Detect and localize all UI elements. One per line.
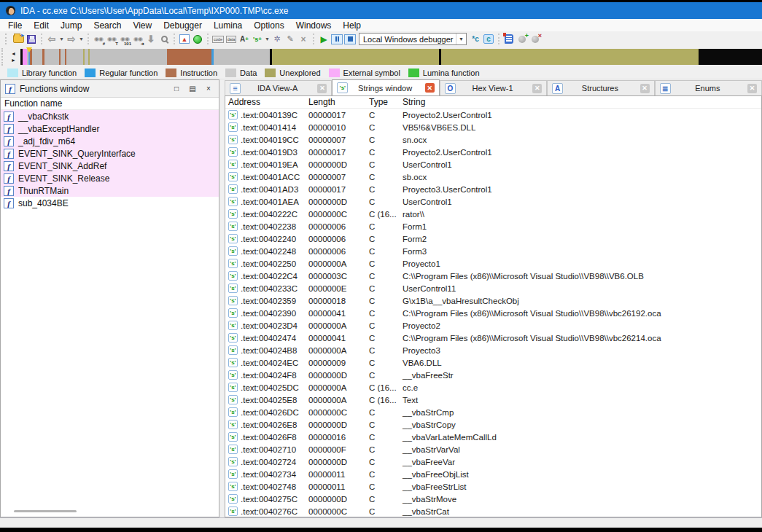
function-list-item[interactable]: f __vbaExceptHandler <box>1 122 219 135</box>
scrollbar-thumb[interactable] <box>14 510 77 512</box>
table-row[interactable]: .text:00402474 00000041 C C:\\Program Fi… <box>225 332 761 344</box>
jump-icon[interactable]: ⬇ <box>144 33 158 45</box>
tab[interactable]: Structures ✕ <box>547 80 654 95</box>
open-file-icon[interactable] <box>12 33 25 45</box>
menu-item[interactable]: Debugger <box>158 20 208 31</box>
table-row[interactable]: .text:00402734 00000011 C __vbaFreeObjLi… <box>225 468 761 480</box>
column-header-type[interactable]: Type <box>366 96 400 108</box>
table-row[interactable]: .text:004026E8 0000000D C __vbaStrCopy <box>225 418 761 431</box>
make-data-icon[interactable]: data <box>225 33 238 45</box>
tab[interactable]: Hex View-1 ✕ <box>440 80 547 95</box>
navband-scroll-right-icon[interactable]: ► <box>11 58 16 63</box>
function-list-item[interactable]: f EVENT_SINK_AddRef <box>1 160 219 172</box>
table-row[interactable]: .text:004019CC 00000007 C sn.ocx <box>225 133 761 146</box>
maximize-icon[interactable]: □ <box>171 84 182 94</box>
forward-icon[interactable]: ⇨ <box>65 33 78 45</box>
stop-process-icon[interactable] <box>343 33 357 45</box>
table-row[interactable]: .text:004023D4 0000000A C Proyecto2 <box>225 319 761 332</box>
table-row[interactable]: .text:00401AD3 00000017 C Proyecto3.User… <box>225 183 761 195</box>
function-list-item[interactable]: f _adj_fdiv_m64 <box>1 135 219 147</box>
edit-icon[interactable]: ✎ <box>284 33 297 45</box>
table-row[interactable]: .text:00402238 00000006 C Form1 <box>225 220 761 232</box>
menu-item[interactable]: Help <box>337 20 367 31</box>
column-header-string[interactable]: String <box>400 96 761 108</box>
table-row[interactable]: .text:0040275C 0000000D C __vbaStrMove <box>225 493 761 505</box>
debugger-select[interactable]: Local Windows debugger ▼ <box>359 33 467 45</box>
tab[interactable]: IDA View-A ✕ <box>225 80 332 95</box>
tab-close-icon[interactable]: ✕ <box>317 84 327 93</box>
band-segment[interactable] <box>32 49 42 65</box>
navband-position-marker[interactable] <box>26 47 32 63</box>
back-icon[interactable]: ⇦ <box>45 33 58 45</box>
table-row[interactable]: .text:00401ACC 00000007 C sb.ocx <box>225 171 761 183</box>
panel-splitter[interactable] <box>219 79 225 517</box>
table-row[interactable]: .text:00402710 0000000F C __vbaStrVarVal <box>225 443 761 455</box>
menu-item[interactable]: File <box>2 20 28 31</box>
table-row[interactable]: .text:004019EA 0000000D C UserControl1 <box>225 158 761 171</box>
save-database-icon[interactable] <box>25 33 38 45</box>
table-row[interactable]: .text:00402250 0000000A C Proyecto1 <box>225 257 761 270</box>
menu-item[interactable]: Jump <box>55 20 88 31</box>
forward-menu-chevron[interactable]: ▼ <box>78 33 85 45</box>
navband-scroll-left-icon[interactable]: ◄ <box>11 51 16 56</box>
band-segment[interactable] <box>44 49 59 65</box>
table-row[interactable]: .text:00402248 00000006 C Form3 <box>225 245 761 257</box>
table-row[interactable]: .text:004024EC 00000009 C VBA6.DLL <box>225 356 761 369</box>
tab[interactable]: Strings window ✕ <box>332 79 439 95</box>
ida-view-icon[interactable]: ▲ <box>178 33 191 45</box>
continue-process-icon[interactable]: c <box>482 33 495 45</box>
function-name-column-header[interactable]: Function name <box>1 98 219 110</box>
navigator-icon[interactable] <box>191 33 204 45</box>
function-list-item[interactable]: f __vbaChkstk <box>1 110 219 122</box>
chevron-down-icon[interactable]: ▼ <box>456 34 466 44</box>
menu-item[interactable]: Search <box>88 20 127 31</box>
table-row[interactable]: .text:0040139C 00000017 C Proyecto2.User… <box>225 109 761 121</box>
table-row[interactable]: .text:004025E8 0000000A C (16... Text <box>225 394 761 406</box>
search-address-icon[interactable] <box>92 33 105 45</box>
column-header-length[interactable]: Length <box>306 96 366 108</box>
search-text-icon[interactable] <box>105 33 118 45</box>
title-bar[interactable]: IDA - cc.exe C:\Users\User\AppData\Local… <box>0 2 762 19</box>
toolbar-grip[interactable] <box>5 34 9 44</box>
add-breakpoint-icon[interactable] <box>516 33 529 45</box>
back-menu-chevron[interactable]: ▼ <box>58 33 65 45</box>
function-list-item[interactable]: f ThunRTMain <box>1 184 219 197</box>
table-row[interactable]: .text:00401AEA 0000000D C UserControl1 <box>225 195 761 208</box>
table-row[interactable]: .text:0040222C 0000000C C (16... rator\\ <box>225 208 761 220</box>
notebook-icon[interactable] <box>502 33 516 45</box>
navband-grip[interactable] <box>1 48 7 66</box>
tab-close-icon[interactable]: ✕ <box>425 83 435 93</box>
menu-item[interactable]: Windows <box>290 20 338 31</box>
make-array-icon[interactable]: ✲ <box>271 33 284 45</box>
search-next-icon[interactable] <box>131 33 144 45</box>
table-row[interactable]: .text:00402748 00000011 C __vbaFreeStrLi… <box>225 480 761 493</box>
table-row[interactable]: .text:004024B8 0000000A C Proyecto3 <box>225 344 761 356</box>
tab-close-icon[interactable]: ✕ <box>640 84 650 93</box>
delete-breakpoint-icon[interactable] <box>529 33 542 45</box>
band-segment[interactable] <box>66 49 82 65</box>
make-code-icon[interactable]: code <box>211 33 225 45</box>
function-list-item[interactable]: f EVENT_SINK_Release <box>1 172 219 184</box>
menu-item[interactable]: Edit <box>28 20 55 31</box>
band-segment[interactable] <box>167 49 211 65</box>
table-row[interactable]: .text:004026DC 0000000C C __vbaStrCmp <box>225 406 761 418</box>
band-segment[interactable] <box>699 49 761 65</box>
table-row[interactable]: .text:00402359 00000018 C G\x1B\a__vbaHr… <box>225 294 761 307</box>
rename-icon[interactable] <box>238 33 251 45</box>
functions-window-titlebar[interactable]: f Functions window □ ▤ × <box>1 80 219 98</box>
table-row[interactable]: .text:004025DC 0000000A C (16... cc.e <box>225 381 761 394</box>
float-icon[interactable]: ▤ <box>187 84 198 94</box>
start-process-icon[interactable]: ▶ <box>317 33 330 45</box>
table-row[interactable]: .text:004019D3 00000017 C Proyecto2.User… <box>225 146 761 158</box>
column-header-address[interactable]: Address <box>225 96 306 108</box>
horizontal-scrollbar[interactable] <box>1 510 219 512</box>
table-row[interactable]: .text:00402724 0000000D C __vbaFreeVar <box>225 455 761 468</box>
table-row[interactable]: .text:0040276C 0000000C C __vbaStrCat <box>225 505 761 517</box>
function-list-item[interactable]: f EVENT_SINK_QueryInterface <box>1 147 219 160</box>
table-row[interactable]: .text:004022C4 0000003C C C:\\Program Fi… <box>225 270 761 282</box>
function-list-item[interactable]: f sub_4034BE <box>1 197 219 209</box>
menu-item[interactable]: View <box>127 20 158 31</box>
table-row[interactable]: .text:00402390 00000041 C C:\\Program Fi… <box>225 307 761 319</box>
tab[interactable]: Enums ✕ <box>655 80 762 95</box>
table-row[interactable]: .text:00402240 00000006 C Form2 <box>225 232 761 245</box>
